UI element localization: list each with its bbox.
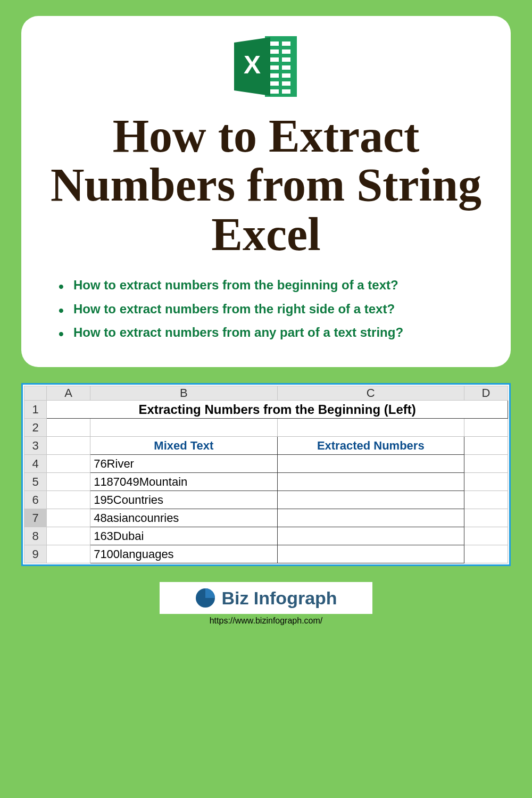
row-header: 2 [24,419,47,437]
svg-rect-12 [282,81,290,86]
header-cell-mixed: Mixed Text [90,437,277,455]
row-header: 4 [24,455,47,473]
svg-rect-14 [282,89,290,94]
empty-cell [464,455,508,473]
logo-url: https://www.bizinfograph.com/ [160,616,372,626]
row-header: 8 [24,527,47,545]
data-cell [277,455,464,473]
data-cell [277,473,464,491]
data-cell [277,527,464,545]
empty-cell [464,437,508,455]
empty-cell [47,491,90,509]
data-cell: 7100languages [90,545,277,563]
row-header: 6 [24,491,47,509]
svg-rect-5 [270,57,279,62]
data-cell [277,545,464,563]
logo-bar: Biz Infograph [160,582,372,614]
svg-text:X: X [244,51,261,79]
svg-rect-1 [270,41,279,46]
col-header: A [47,386,90,401]
row-header: 9 [24,545,47,563]
svg-rect-7 [270,65,279,70]
data-cell: 48asiancounries [90,509,277,527]
logo-text: Biz Infograph [221,588,337,609]
empty-cell [464,509,508,527]
empty-cell [464,545,508,563]
row-header: 3 [24,437,47,455]
pie-chart-icon [195,587,216,609]
data-cell: 76River [90,455,277,473]
empty-cell [47,437,90,455]
empty-cell [464,491,508,509]
bullet-item: How to extract numbers from any part of … [59,322,484,343]
merged-title-cell: Extracting Numbers from the Beginning (L… [47,401,508,419]
data-cell: 163Dubai [90,527,277,545]
svg-rect-9 [270,73,279,78]
svg-rect-11 [270,81,279,86]
svg-rect-4 [282,49,290,54]
main-title: How to Extract Numbers from String Excel [48,112,484,259]
header-cell-extracted: Extracted Numbers [277,437,464,455]
svg-rect-10 [282,73,290,78]
empty-cell [47,545,90,563]
empty-cell [47,509,90,527]
empty-cell [277,419,464,437]
empty-cell [47,473,90,491]
svg-rect-8 [282,65,290,70]
row-header-selected: 7 [24,509,47,527]
row-header: 1 [24,401,47,419]
row-header: 5 [24,473,47,491]
bullet-item: How to extract numbers from the right si… [59,299,484,319]
data-cell [277,491,464,509]
excel-icon: X [48,32,484,101]
data-cell [277,509,464,527]
col-header: C [277,386,464,401]
empty-cell [464,527,508,545]
corner-cell [24,386,47,401]
bullet-list: How to extract numbers from the beginnin… [48,275,484,343]
empty-cell [464,419,508,437]
data-cell: 1187049Mountain [90,473,277,491]
empty-cell [90,419,277,437]
col-header: B [90,386,277,401]
data-cell: 195Countries [90,491,277,509]
bullet-item: How to extract numbers from the beginnin… [59,275,484,295]
svg-rect-2 [282,41,290,46]
svg-rect-13 [270,89,279,94]
main-card: X How to Extract Numbers from String Exc… [21,16,511,367]
empty-cell [464,473,508,491]
spreadsheet-preview: A B C D 1 Extracting Numbers from the Be… [21,383,511,566]
col-header: D [464,386,508,401]
svg-rect-6 [282,57,290,62]
empty-cell [47,455,90,473]
logo-container: Biz Infograph https://www.bizinfograph.c… [160,582,372,626]
empty-cell [47,527,90,545]
svg-rect-3 [270,49,279,54]
empty-cell [47,419,90,437]
